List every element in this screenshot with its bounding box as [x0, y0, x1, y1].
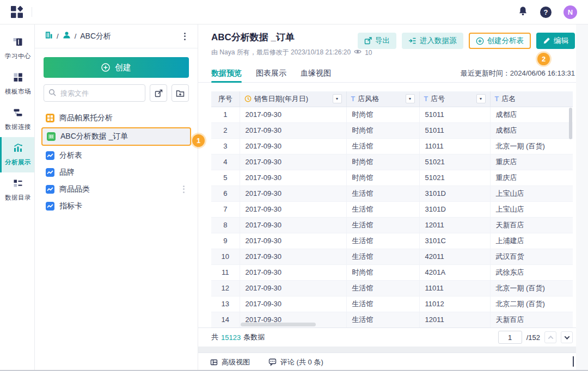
breadcrumb-separator: /: [57, 32, 59, 40]
table-row[interactable]: 132017-09-30生活馆11012北京二期 (百货): [211, 296, 573, 312]
help-icon[interactable]: ?: [540, 7, 552, 18]
table-row[interactable]: 112017-09-30时尚馆4201A武徐东店: [211, 264, 573, 280]
page-down-button[interactable]: [561, 331, 573, 343]
file-item-category[interactable]: 商品品类: [41, 181, 191, 197]
file-panel: / / ABC分析 创建: [35, 24, 198, 371]
table-row[interactable]: 12017-09-30时尚馆51011成都店: [211, 107, 573, 122]
data-table: 序号 销售日期(年月日): [211, 91, 573, 327]
topbar-divider: [32, 7, 32, 17]
page-total: /152: [526, 333, 540, 342]
owner-modified-text: 由 Naya 所有，最后修改于 2023/10/18 21:26:20: [211, 48, 351, 57]
table-cell: 3: [211, 138, 240, 154]
batch-operate-button[interactable]: [150, 84, 167, 102]
table-cell: 北京一期 (百货): [490, 138, 573, 154]
table-row[interactable]: 72017-09-30生活馆3101D上宝山店: [211, 201, 573, 217]
enter-data-source-button[interactable]: 进入数据源: [402, 33, 463, 49]
table-cell: 11011: [419, 280, 490, 296]
avatar[interactable]: N: [564, 5, 577, 19]
edit-label: 编辑: [554, 36, 568, 46]
table-cell: 时尚馆: [346, 122, 419, 138]
table-cell: 2017-09-30: [240, 233, 346, 249]
horizontal-scrollbar[interactable]: [241, 323, 316, 326]
file-item-indicator-card[interactable]: 指标卡: [41, 197, 191, 214]
notification-bell-icon[interactable]: [518, 6, 528, 18]
eye-icon: [354, 48, 362, 57]
view-count: 10: [365, 49, 372, 57]
table-row[interactable]: 62017-09-30生活馆3101D上宝山店: [211, 186, 573, 201]
column-header-index: 序号: [211, 91, 240, 107]
tab-lineage-view[interactable]: 血缘视图: [301, 64, 331, 82]
annotation-step-2-badge: 2: [537, 53, 550, 65]
file-item-abc-data[interactable]: ABC分析数据 _订单: [41, 127, 191, 146]
file-item-pareto[interactable]: 商品帕累托分析: [41, 109, 191, 126]
table-cell: 2017-09-30: [240, 154, 346, 170]
table-header-row: 序号 销售日期(年月日): [211, 91, 573, 107]
table-cell: 11: [211, 264, 240, 280]
file-name: 商品帕累托分析: [59, 113, 113, 123]
tab-chart-display[interactable]: 图表展示: [256, 64, 286, 82]
sidebar-item-label: 数据连接: [5, 123, 31, 131]
file-item-brand[interactable]: 品牌: [41, 164, 191, 181]
advanced-view-label: 高级视图: [222, 357, 250, 367]
sidebar-item-data-catalog[interactable]: 数据目录: [0, 172, 34, 208]
tab-data-preview[interactable]: 数据预览: [211, 64, 242, 82]
column-header-store-style: T 店风格: [346, 91, 419, 107]
chart-icon: [46, 168, 54, 177]
create-button[interactable]: 创建: [44, 57, 189, 78]
text-field-icon: T: [424, 95, 428, 103]
sidebar-item-analysis-display[interactable]: 分析展示: [0, 137, 34, 172]
organization-icon[interactable]: [45, 31, 53, 41]
collapse-panel-icon[interactable]: [571, 355, 576, 369]
total-count: 15123: [221, 333, 241, 342]
table-row[interactable]: 82017-09-30生活馆12011天新百店: [211, 217, 573, 233]
file-name: 品牌: [59, 168, 75, 177]
view-tabs: 数据预览 图表展示 血缘视图 最近更新时间：2024/06/06 16:13:3…: [198, 64, 588, 83]
template-market-icon: [13, 72, 23, 84]
new-folder-button[interactable]: [171, 84, 189, 102]
table-row[interactable]: 42017-09-30时尚馆51021重庆店: [211, 154, 573, 170]
table-cell: 2017-09-30: [240, 217, 346, 233]
table-cell: 4201A: [419, 264, 490, 280]
table-cell: 2017-09-30: [240, 107, 346, 122]
file-item-analysis-table[interactable]: 分析表: [41, 147, 191, 164]
table-cell: 时尚馆: [346, 170, 419, 186]
spacer-band: [198, 347, 588, 353]
breadcrumb-current[interactable]: ABC分析: [80, 32, 111, 41]
sidebar-item-template-market[interactable]: 模板市场: [0, 66, 34, 102]
bottom-toolbar: 高级视图 评论 (共 0 条): [198, 353, 588, 371]
item-more-icon[interactable]: [181, 183, 187, 195]
column-dropdown-button[interactable]: [333, 94, 342, 103]
table-row[interactable]: 92017-09-30生活馆3101C上浦建店: [211, 233, 573, 249]
comments-button[interactable]: 评论 (共 0 条): [268, 357, 323, 367]
vertical-scrollbar[interactable]: [569, 108, 572, 139]
table-cell: 11011: [419, 138, 490, 154]
table-row[interactable]: 102017-09-30生活馆42011武汉百货: [211, 249, 573, 264]
panel-more-icon[interactable]: [182, 30, 188, 42]
search-input[interactable]: [44, 84, 145, 102]
file-name: 商品品类: [59, 184, 90, 194]
column-header-store-no: T 店号: [419, 91, 490, 107]
last-updated-text: 最近更新时间：2024/06/06 16:13:31: [461, 69, 575, 78]
table-row[interactable]: 52017-09-30时尚馆51021重庆店: [211, 170, 573, 186]
app-logo-icon[interactable]: [11, 6, 23, 18]
column-dropdown-button[interactable]: [476, 94, 486, 103]
table-cell: 12011: [419, 312, 490, 327]
sidebar-item-learning-center[interactable]: 学习中心: [0, 31, 34, 66]
text-field-icon: T: [495, 95, 499, 103]
table-row[interactable]: 122017-09-30生活馆11011北京一期 (百货): [211, 280, 573, 296]
sidebar-item-data-connection[interactable]: 数据连接: [0, 102, 34, 137]
export-button[interactable]: 导出: [358, 33, 396, 49]
create-analysis-table-button[interactable]: 创建分析表: [469, 33, 531, 49]
table-row[interactable]: 32017-09-30生活馆11011北京一期 (百货): [211, 138, 573, 154]
table-cell: 11012: [419, 296, 490, 312]
column-dropdown-button[interactable]: [406, 94, 415, 103]
export-label: 导出: [375, 36, 390, 46]
table-row[interactable]: 22017-09-30时尚馆51011成都店: [211, 122, 573, 138]
user-group-icon[interactable]: [63, 31, 71, 41]
advanced-view-button[interactable]: 高级视图: [210, 357, 250, 367]
page-up-button[interactable]: [544, 331, 556, 343]
page-number-input[interactable]: [498, 331, 522, 344]
table-cell: 成都店: [490, 107, 573, 122]
edit-button[interactable]: 编辑: [536, 33, 575, 49]
table-cell: 时尚馆: [346, 107, 419, 122]
